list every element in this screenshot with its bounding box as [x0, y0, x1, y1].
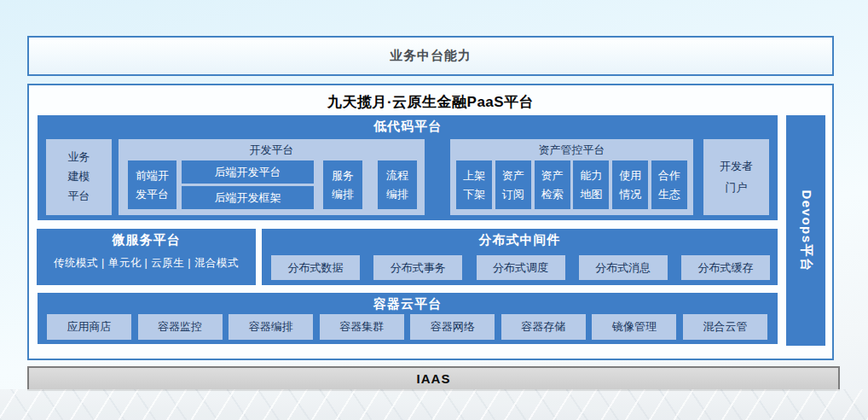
- asset-control-container: 资产管控平台 上架 下架 资产 订阅 资产 检索 能力 地图 使用 情况 合作 …: [450, 139, 693, 215]
- paas-platform-box: 九天揽月·云原生金融PaaS平台 低代码平台 业务 建模 平台 开发平台 前端开…: [27, 84, 834, 360]
- cloud-item-orchestration: 容器编排: [229, 314, 313, 340]
- backend-dev-platform-box: 后端开发平台: [182, 160, 314, 184]
- cloud-item-cluster: 容器集群: [320, 314, 404, 340]
- iaas-label: IAAS: [417, 371, 451, 386]
- container-cloud-items-row: 应用商店 容器监控 容器编排 容器集群 容器网络 容器存储 镜像管理 混合云管: [47, 314, 767, 340]
- asset-control-title: 资产管控平台: [450, 139, 693, 158]
- devops-label: Devops平台: [798, 190, 814, 271]
- microservice-modes: 传统模式 | 单元化 | 云原生 | 混合模式: [37, 256, 256, 271]
- business-midplatform-label: 业务中台能力: [390, 48, 472, 64]
- architecture-diagram: 业务中台能力 九天揽月·云原生金融PaaS平台 低代码平台 业务 建模 平台 开…: [0, 0, 868, 420]
- backend-dev-framework-box: 后端开发框架: [182, 186, 314, 209]
- section-low-code-platform: 低代码平台 业务 建模 平台 开发平台 前端开 发平台 后端开发平台 后端开发框…: [38, 115, 778, 220]
- asset-item-capability-map: 能力 地图: [573, 160, 609, 209]
- asset-items-row: 上架 下架 资产 订阅 资产 检索 能力 地图 使用 情况 合作 生态: [456, 160, 687, 209]
- cloud-item-monitoring: 容器监控: [138, 314, 223, 340]
- dev-platform-title: 开发平台: [119, 139, 425, 158]
- process-orchestration-box: 流程 编排: [378, 160, 417, 209]
- cloud-item-network: 容器网络: [410, 314, 495, 340]
- dev-platform-container: 开发平台 前端开 发平台 后端开发平台 后端开发框架 服务 编排 流程 编排: [119, 139, 425, 215]
- business-midplatform-banner: 业务中台能力: [27, 36, 834, 76]
- devops-platform-bar: Devops平台: [786, 115, 825, 346]
- section-container-cloud-platform: 容器云平台 应用商店 容器监控 容器编排 容器集群 容器网络 容器存储 镜像管理…: [38, 293, 778, 344]
- microservice-title: 微服务平台: [37, 229, 256, 248]
- middleware-title: 分布式中间件: [262, 229, 778, 248]
- cloud-item-app-store: 应用商店: [47, 314, 131, 340]
- service-orchestration-box: 服务 编排: [323, 160, 362, 209]
- background-texture: [0, 389, 868, 420]
- asset-item-subscribe: 资产 订阅: [495, 160, 531, 209]
- business-modeling-box: 业务 建模 平台: [46, 139, 112, 215]
- section-distributed-middleware: 分布式中间件 分布式数据 分布式事务 分布式调度 分布式消息 分布式缓存: [262, 229, 778, 285]
- frontend-dev-box: 前端开 发平台: [128, 160, 176, 209]
- cloud-item-image-mgmt: 镜像管理: [592, 314, 676, 340]
- middleware-item-message: 分布式消息: [579, 255, 668, 280]
- cloud-item-hybrid-cloud: 混合云管: [683, 314, 767, 340]
- asset-item-shelf: 上架 下架: [456, 160, 492, 209]
- asset-item-ecosystem: 合作 生态: [651, 160, 687, 209]
- asset-item-usage: 使用 情况: [612, 160, 648, 209]
- developer-portal-box: 开发者 门户: [703, 139, 769, 215]
- container-cloud-title: 容器云平台: [38, 293, 778, 312]
- low-code-title: 低代码平台: [38, 115, 778, 135]
- middleware-item-data: 分布式数据: [271, 255, 360, 280]
- iaas-bar: IAAS: [27, 366, 840, 391]
- section-microservice-platform: 微服务平台 传统模式 | 单元化 | 云原生 | 混合模式: [37, 229, 256, 285]
- middleware-item-transaction: 分布式事务: [373, 255, 462, 280]
- asset-item-search: 资产 检索: [535, 160, 570, 209]
- cloud-item-storage: 容器存储: [501, 314, 586, 340]
- middleware-item-cache: 分布式缓存: [681, 255, 770, 280]
- middleware-item-scheduling: 分布式调度: [477, 255, 565, 280]
- platform-title: 九天揽月·云原生金融PaaS平台: [29, 92, 832, 112]
- middleware-items-row: 分布式数据 分布式事务 分布式调度 分布式消息 分布式缓存: [271, 255, 770, 280]
